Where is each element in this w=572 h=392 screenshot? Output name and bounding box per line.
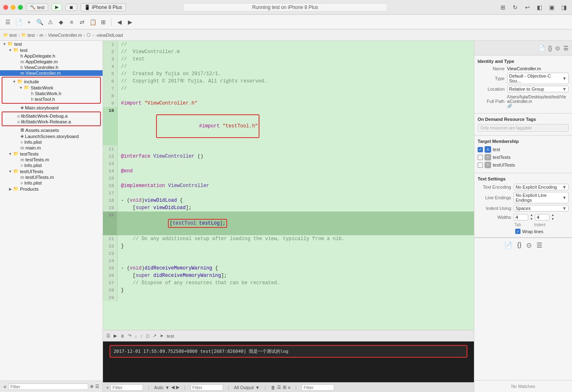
editor-step-over-icon[interactable]: ↷ [128, 333, 132, 339]
sidebar-item-staticwork-h[interactable]: h StaticWork.h [3, 91, 99, 96]
target-test[interactable]: ✓ A test [478, 146, 569, 153]
sidebar-item-launchscreen[interactable]: ◈ LaunchScreen.storyboard [0, 133, 103, 139]
status-nav-left-icon[interactable]: ◀ [171, 385, 174, 390]
rp-tab-input[interactable] [514, 214, 528, 220]
search-icon[interactable]: 🔍 [35, 18, 44, 27]
rp-indent-input[interactable] [535, 214, 550, 220]
list-icon[interactable]: ≡ [67, 18, 76, 27]
filter-options-icon[interactable]: ⊕ [90, 384, 94, 389]
rp-location-select[interactable]: Relative to Group ▼ [507, 86, 569, 92]
diff-icon[interactable]: ⇄ [78, 18, 87, 27]
editor-step-in-icon[interactable]: ↓ [135, 334, 137, 339]
sidebar-item-appdelegate-h[interactable]: h AppDelegate.h [0, 53, 103, 59]
assistant-icon[interactable]: 📋 [88, 18, 97, 27]
rp-file-icon[interactable]: 📄 [538, 45, 545, 51]
rp-bottom-code-icon[interactable]: {} [517, 241, 522, 249]
editor-step-out-icon[interactable]: ↑ [141, 334, 143, 339]
filter-mode-icon[interactable]: ☰ [95, 384, 99, 389]
rp-lineendings-select[interactable]: No Explicit Line Endings ▼ [514, 192, 569, 203]
indent-down-arrow[interactable]: ▼ [551, 217, 554, 221]
status-grid-icon[interactable]: ☰ [277, 385, 281, 390]
sidebar-item-appdelegate-m[interactable]: m AppDelegate.m [0, 59, 103, 65]
console-output[interactable]: 2017-12-01 17:55:09.752508+0800 test[268… [103, 342, 474, 382]
stop-button[interactable]: ⏹ [65, 4, 77, 11]
rp-history-icon[interactable]: ☰ [563, 45, 569, 51]
warning-icon[interactable]: ⚠ [46, 18, 55, 27]
sidebar-item-testTests-m[interactable]: m testTests.m [0, 157, 103, 163]
sidebar-item-root[interactable]: ▼ 📁 test [0, 41, 103, 47]
sidebar-item-testtool-h[interactable]: h testTool.h [3, 96, 99, 102]
sidebar-item-libdebug[interactable]: a libStaticWork-Debug.a [3, 113, 99, 119]
minimize-button[interactable] [11, 5, 16, 10]
panel-right-icon[interactable]: ◨ [560, 3, 569, 12]
disclosure-products[interactable]: ▶ [7, 187, 13, 191]
bc-root[interactable]: 📁 test [3, 33, 17, 38]
sidebar-item-testTests-plist[interactable]: ≡ Info.plist [0, 163, 103, 168]
device-selector[interactable]: 📱 iPhone 8 Plus [80, 3, 126, 11]
sidebar-item-main-storyboard[interactable]: ◈ Main.storyboard [0, 105, 103, 111]
status-trash-icon[interactable]: 🗑 [271, 385, 275, 390]
sidebar-item-librelease[interactable]: a libStaticWork-Release.a [3, 119, 99, 125]
bc-m[interactable]: m [40, 33, 43, 38]
disclosure-root[interactable]: ▼ [2, 42, 7, 46]
close-button[interactable] [3, 5, 8, 10]
target-testUITests[interactable]: T testUITests [478, 162, 569, 168]
disclosure-staticwork[interactable]: ▼ [18, 86, 24, 90]
sidebar-item-test-group[interactable]: ▼ 📁 test [0, 47, 103, 53]
code-editor[interactable]: 1 // 2 // ViewController.m 3 // test 4 /… [103, 41, 474, 330]
run-button[interactable]: ▶ [51, 3, 62, 11]
target-testTests-cb[interactable] [478, 155, 483, 160]
rp-encoding-select[interactable]: No Explicit Encoding ▼ [514, 184, 569, 190]
disclosure-testTests[interactable]: ▼ [7, 152, 13, 156]
indent-up-arrow[interactable]: ▲ [551, 213, 554, 217]
editor-send-icon[interactable]: ➤ [160, 333, 163, 339]
output-dropdown-icon[interactable]: ▼ [255, 385, 260, 390]
panel-center-icon[interactable]: ▣ [547, 3, 556, 12]
sidebar-item-testUITests[interactable]: ▼ 📁 testUITests [0, 168, 103, 174]
sidebar-item-info-plist[interactable]: ≡ Info.plist [0, 139, 103, 145]
status-menu-icon[interactable]: ≡ [288, 385, 290, 390]
new-file-icon[interactable]: 📄 [14, 18, 23, 27]
rp-bottom-history-icon[interactable]: ☰ [536, 241, 542, 249]
editor-pause-icon[interactable]: ⏸ [120, 334, 125, 339]
status-nav-right-icon[interactable]: ▶ [176, 385, 179, 390]
prev-icon[interactable]: ◀ [115, 18, 124, 27]
rp-wrap-cb[interactable]: ✓ [515, 229, 521, 234]
breakpoint-icon[interactable]: ◆ [56, 18, 65, 27]
target-test-cb[interactable]: ✓ [478, 147, 483, 152]
rp-code-icon[interactable]: {} [548, 45, 552, 51]
sidebar-toggle-icon[interactable]: ☰ [3, 18, 12, 27]
next-icon[interactable]: ▶ [125, 18, 134, 27]
rp-bottom-file-icon[interactable]: 📄 [504, 241, 512, 249]
target-testUITests-cb[interactable] [478, 163, 483, 168]
bc-method[interactable]: -viewDidLoad [96, 33, 123, 38]
panel-left-icon[interactable]: ◧ [535, 3, 544, 12]
disclosure-include[interactable]: ▼ [11, 80, 17, 84]
status-add-icon[interactable]: + [106, 385, 109, 390]
editor-grid-icon[interactable]: ☰ [106, 333, 110, 339]
target-testTests[interactable]: T testTests [478, 154, 569, 160]
status-filter-left[interactable] [110, 384, 143, 391]
grid-icon[interactable]: ⊞ [99, 18, 108, 27]
fullscreen-button[interactable] [18, 5, 23, 10]
rp-bottom-resource-icon[interactable]: ⊙ [526, 241, 532, 249]
share-icon[interactable]: ↻ [511, 3, 520, 12]
tab-up-arrow[interactable]: ▲ [530, 213, 533, 217]
sidebar-item-testUITests-plist[interactable]: ≡ Info.plist [0, 180, 103, 186]
layout-icon[interactable]: ⊞ [498, 3, 507, 12]
add-icon[interactable]: + [25, 18, 34, 27]
rp-resource-icon[interactable]: ⊙ [555, 45, 560, 51]
sidebar-item-viewcontroller-h[interactable]: h ViewController.h [0, 65, 103, 70]
editor-mem-icon[interactable]: ◻ [146, 333, 150, 339]
sidebar-item-viewcontroller-m[interactable]: m ViewController.m [0, 70, 103, 76]
sidebar-item-main-m[interactable]: m main.m [0, 145, 103, 151]
editor-play-icon[interactable]: ▶ [114, 333, 117, 339]
rp-indent-select[interactable]: Spaces ▼ [514, 205, 569, 212]
bc-viewcontroller[interactable]: ViewController.m [48, 33, 82, 38]
sidebar-item-testUITests-m[interactable]: m testUITests.m [0, 174, 103, 180]
sidebar-item-staticwork[interactable]: ▼ 📁 StaticWork [3, 85, 99, 91]
status-split-icon[interactable]: ⊞ [283, 385, 286, 390]
editor-share-icon[interactable]: ↗ [153, 333, 156, 339]
sidebar-item-include[interactable]: ▼ 📁 include [3, 78, 99, 85]
sidebar-item-testTests[interactable]: ▼ 📁 testTests [0, 151, 103, 157]
